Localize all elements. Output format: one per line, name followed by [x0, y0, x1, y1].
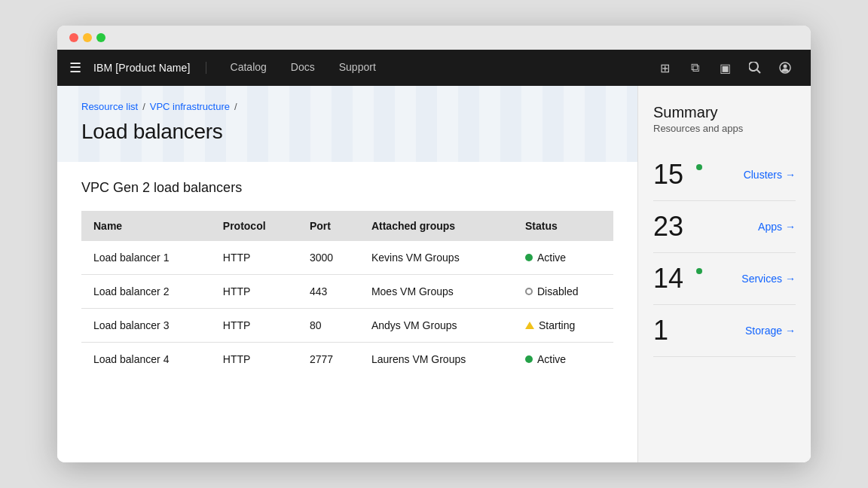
arrow-icon: → — [785, 169, 796, 181]
page-title: Load balancers — [81, 120, 613, 144]
col-status: Status — [513, 211, 613, 241]
cell-status: Active — [513, 241, 613, 275]
arrow-icon: → — [785, 273, 796, 285]
nav-docs[interactable]: Docs — [282, 50, 324, 86]
load-balancers-table: Name Protocol Port Attached groups Statu… — [81, 211, 613, 376]
summary-item: 14 Services → — [653, 253, 796, 305]
cell-protocol: HTTP — [211, 343, 298, 377]
breadcrumb-sep-1: / — [142, 101, 145, 112]
summary-link-container: Services → — [708, 273, 796, 285]
browser-dot-close[interactable] — [69, 33, 78, 42]
main-content: Resource list / VPC infrastructure / Loa… — [57, 86, 811, 462]
browser-window: ☰ IBM [Product Name] Catalog Docs Suppor… — [57, 26, 811, 462]
brand-name: IBM [Product Name] — [93, 62, 206, 74]
cell-protocol: HTTP — [211, 309, 298, 343]
table-header-row: Name Protocol Port Attached groups Statu… — [81, 211, 613, 241]
cell-status: Active — [513, 343, 613, 377]
section-title: VPC Gen 2 load balancers — [81, 180, 613, 196]
summary-number: 23 — [653, 213, 695, 240]
summary-items: 15 Clusters → 23 Apps → — [653, 149, 796, 357]
breadcrumb-vpc-infrastructure[interactable]: VPC infrastructure — [150, 101, 230, 112]
status-dot-active — [525, 355, 533, 363]
hamburger-icon[interactable]: ☰ — [69, 61, 81, 75]
breadcrumb-resource-list[interactable]: Resource list — [81, 101, 138, 112]
nav-support[interactable]: Support — [330, 50, 385, 86]
summary-link-storage[interactable]: Storage → — [745, 325, 796, 337]
summary-link-clusters[interactable]: Clusters → — [744, 169, 796, 181]
arrow-icon: → — [785, 325, 796, 337]
search-icon[interactable] — [741, 54, 769, 81]
cell-port: 2777 — [298, 343, 359, 377]
svg-point-1 — [784, 65, 787, 69]
summary-number: 14 — [653, 265, 695, 292]
summary-item: 23 Apps → — [653, 201, 796, 253]
summary-item: 1 Storage → — [653, 305, 796, 357]
cell-port: 3000 — [298, 241, 359, 275]
cell-status: Starting — [513, 309, 613, 343]
breadcrumb-sep-2: / — [234, 101, 237, 112]
cell-groups: Kevins VM Groups — [359, 241, 513, 275]
col-attached-groups: Attached groups — [359, 211, 513, 241]
page-header: Resource list / VPC infrastructure / Loa… — [57, 86, 637, 162]
cell-status: Disabled — [513, 275, 613, 309]
cell-groups: Andys VM Groups — [359, 309, 513, 343]
cell-name: Load balancer 4 — [81, 343, 211, 377]
summary-link-services[interactable]: Services → — [741, 273, 796, 285]
table-section: VPC Gen 2 load balancers Name Protocol P… — [57, 162, 637, 394]
cell-name: Load balancer 1 — [81, 241, 211, 275]
summary-title: Summary — [653, 104, 796, 121]
panel-icon[interactable]: ▣ — [711, 54, 738, 81]
top-navigation: ☰ IBM [Product Name] Catalog Docs Suppor… — [57, 50, 811, 86]
summary-link-container: Apps → — [707, 221, 796, 233]
user-icon[interactable] — [772, 54, 799, 81]
summary-link-container: Clusters → — [708, 169, 796, 181]
table-row[interactable]: Load balancer 2 HTTP 443 Moes VM Groups … — [81, 275, 613, 309]
cell-name: Load balancer 3 — [81, 309, 211, 343]
cell-port: 443 — [298, 275, 359, 309]
split-view-icon[interactable]: ⧉ — [681, 54, 708, 81]
status-dot-active — [525, 254, 533, 261]
nav-links: Catalog Docs Support — [222, 50, 651, 86]
arrow-icon: → — [785, 221, 796, 233]
cell-name: Load balancer 2 — [81, 275, 211, 309]
cell-protocol: HTTP — [211, 241, 298, 275]
table-row[interactable]: Load balancer 4 HTTP 2777 Laurens VM Gro… — [81, 343, 613, 377]
breadcrumb: Resource list / VPC infrastructure / — [81, 101, 613, 112]
topnav-icon-group: ⊞ ⧉ ▣ — [651, 54, 799, 81]
browser-dot-maximize[interactable] — [96, 33, 105, 42]
cell-protocol: HTTP — [211, 275, 298, 309]
cell-groups: Laurens VM Groups — [359, 343, 513, 377]
col-protocol: Protocol — [211, 211, 298, 241]
table-row[interactable]: Load balancer 1 HTTP 3000 Kevins VM Grou… — [81, 241, 613, 275]
summary-link-apps[interactable]: Apps → — [758, 221, 796, 233]
summary-number: 1 — [653, 317, 695, 344]
status-dot-starting — [525, 322, 534, 329]
left-panel: Resource list / VPC infrastructure / Loa… — [57, 86, 637, 462]
right-sidebar: Summary Resources and apps 15 Clusters →… — [637, 86, 811, 462]
cell-port: 80 — [298, 309, 359, 343]
col-port: Port — [298, 211, 359, 241]
summary-number: 15 — [653, 161, 695, 188]
summary-subtitle: Resources and apps — [653, 123, 796, 134]
col-name: Name — [81, 211, 211, 241]
table-row[interactable]: Load balancer 3 HTTP 80 Andys VM Groups … — [81, 309, 613, 343]
summary-item: 15 Clusters → — [653, 149, 796, 201]
cell-groups: Moes VM Groups — [359, 275, 513, 309]
browser-dot-minimize[interactable] — [83, 33, 92, 42]
grid-view-icon[interactable]: ⊞ — [651, 54, 678, 81]
nav-catalog[interactable]: Catalog — [222, 50, 276, 86]
status-dot-disabled — [525, 288, 533, 295]
summary-link-container: Storage → — [707, 325, 796, 337]
browser-chrome — [57, 26, 811, 50]
